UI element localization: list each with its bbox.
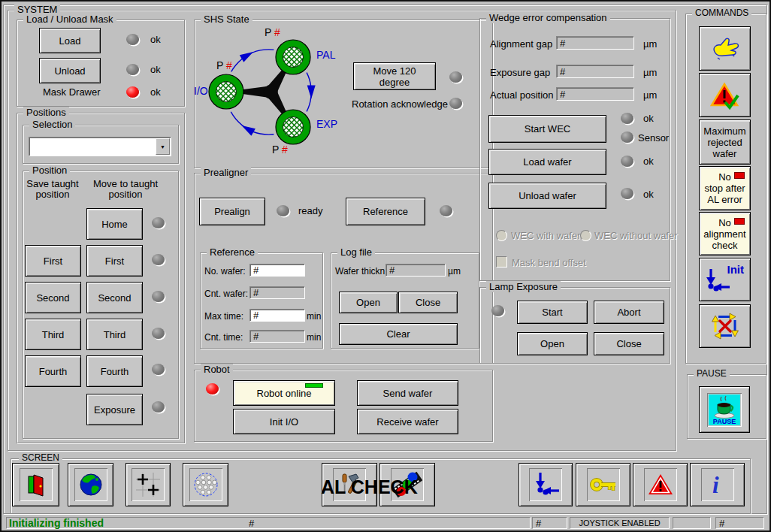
screen-init-button[interactable] [519,463,573,506]
robot-online-button[interactable]: Robot online [233,380,335,406]
station-io [209,74,243,109]
mask-drawer-status: ok [150,86,161,98]
status-message: Initializing finished [9,518,104,529]
screen-alarm-button[interactable] [633,463,688,506]
move-fourth-button[interactable]: Fourth [86,355,143,387]
send-wafer-button[interactable]: Send wafer [357,380,458,406]
selection-combobox[interactable]: ▼ [29,137,171,156]
warning-icon-well [644,468,677,501]
pause-icon-well: PAUSE [707,393,742,427]
wec-unload-wafer-button[interactable]: Unload wafer [488,183,606,209]
no-stop-indicator [734,172,745,179]
status-mark-2: # [719,518,724,529]
load-mask-button[interactable]: Load [39,28,101,53]
screen-exit-button[interactable] [12,463,59,506]
cancel-rotation-command-button[interactable] [699,304,751,348]
no-wafer-field[interactable] [249,264,305,277]
lamp-open-button[interactable]: Open [517,332,588,355]
cnt-wafer-label: Cnt. wafer: [204,289,248,300]
move-second-button[interactable]: Second [86,282,143,313]
save-first-button[interactable]: First [25,245,81,277]
pause-caption: PAUSE [713,418,736,425]
selection-combobox-value[interactable] [30,138,155,153]
shs-p-left-value: # [226,59,232,71]
status-message-panel: Initializing finished # [6,517,531,529]
shs-pal-label: PAL [316,50,335,61]
coffee-pause-icon: PAUSE [709,394,740,425]
shs-p-bottom-letter: P [272,144,279,156]
screen-wafer-map-button[interactable] [183,463,228,506]
wafer-thickness-unit: µm [448,266,461,277]
exposure-gap-unit: µm [643,67,657,78]
logfile-close-button[interactable]: Close [398,292,458,313]
reference-subgroup-label: Reference [207,246,258,258]
init-command-button[interactable]: Init [699,258,751,301]
door-exit-icon [21,470,51,500]
shs-p-top-letter: P [265,26,271,38]
prealign-button[interactable]: Prealign [199,198,265,225]
save-second-button[interactable]: Second [25,282,81,313]
shs-p-left: P # [216,60,232,71]
move-first-button[interactable]: First [86,245,143,277]
start-wec-button[interactable]: Start WEC [488,115,606,143]
screen-global-button[interactable] [68,463,113,506]
unload-mask-button[interactable]: Unload [39,58,101,83]
cnt-wafer-field [249,286,305,299]
move-120-led [449,71,462,83]
screen-key-button[interactable] [576,463,630,506]
log-file-subgroup-label: Log file [337,246,375,258]
init-io-button[interactable]: Init I/O [233,409,335,434]
cycle-cancel-icon [710,311,740,341]
alignment-gap-field [556,36,634,50]
move-exposure-button[interactable]: Exposure [86,394,143,425]
pause-button[interactable]: PAUSE [699,386,750,433]
position-group-label: Position [29,165,70,176]
lamp-led [491,305,504,316]
screen-video-button[interactable] [379,463,435,506]
screen-alignment-button[interactable] [125,463,171,506]
shs-p-left-letter: P [216,59,223,71]
screen-info-button[interactable]: i [690,463,745,506]
prealigner-group-label: Prealigner [201,167,251,178]
move-home-button[interactable]: Home [86,208,143,240]
status-mark-panel-2: # [715,517,764,529]
move-120-degree-button[interactable]: Move 120 degree [353,62,436,90]
home-led [152,217,165,228]
no-alignment-check-button[interactable]: No alignment check [699,212,751,255]
move-third-button[interactable]: Third [86,319,143,350]
robot-group-label: Robot [201,364,233,375]
tools-icon-well [333,468,366,501]
logfile-clear-button[interactable]: Clear [339,323,458,345]
save-third-button[interactable]: Third [25,319,81,350]
manual-command-button[interactable] [699,26,751,71]
rotation-acknowledge-label: Rotation acknowledge [352,98,448,110]
receive-wafer-button[interactable]: Receive wafer [357,409,458,434]
second-led [152,291,165,302]
no-wafer-label: No. wafer: [204,266,246,277]
robot-online-indicator [305,383,323,388]
lamp-close-button[interactable]: Close [594,332,664,355]
screen-service-button[interactable] [322,463,377,506]
save-fourth-button[interactable]: Fourth [25,355,81,387]
status-mark-panel-1: # [532,517,567,529]
first-led [152,254,165,265]
alignment-ok-command-button[interactable] [699,73,751,117]
alignment-gap-unit: µm [643,38,657,50]
wec-unload-status: ok [643,189,654,200]
wafer-icon-well [189,468,222,501]
logfile-open-button[interactable]: Open [339,292,398,313]
lamp-abort-button[interactable]: Abort [594,301,664,324]
rotation-acknowledge-led [449,98,462,109]
mask-drawer-led [126,86,139,98]
lamp-start-button[interactable]: Start [517,301,588,324]
wec-load-wafer-button[interactable]: Load wafer [488,149,606,175]
commands-group-label: COMMANDS [692,8,751,19]
maximum-rejected-wafer-button[interactable]: Maximum rejected wafer [699,119,751,165]
shs-p-top: P # [265,27,280,38]
max-time-field[interactable] [249,309,305,322]
reference-button[interactable]: Reference [346,198,425,225]
selection-dropdown-button[interactable]: ▼ [156,138,170,155]
joystick-status: JOYSTICK ENABLED [579,518,660,527]
load-mask-led [126,34,139,45]
no-stop-after-al-error-button[interactable]: No stop after AL error [699,166,751,210]
